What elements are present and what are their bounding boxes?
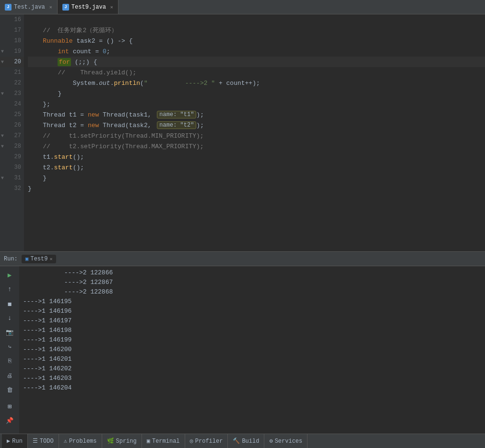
statusbar-problems-label: Problems xyxy=(69,438,97,445)
code-line-24: }; xyxy=(28,99,485,109)
line-31: ▼ 31 xyxy=(0,173,24,183)
run-toolbar: ▶ ↑ ◼ ↓ 📷 ⤷ ⎘ 🖨 🗑 ⊞ 📌 xyxy=(0,266,19,434)
problems-status-icon: ⚠ xyxy=(64,437,67,445)
run-play-button[interactable]: ▶ xyxy=(3,268,16,282)
output-line-12: ---->1 146203 xyxy=(23,374,481,383)
terminal-status-icon: ▣ xyxy=(147,437,150,445)
run-stop-button[interactable]: ◼ xyxy=(3,297,16,310)
run-tab-close[interactable]: ✕ xyxy=(49,256,52,262)
run-print-button[interactable]: 🖨 xyxy=(3,369,16,382)
fold-icon-23[interactable]: ▼ xyxy=(1,91,4,96)
fold-icon-20[interactable]: ▼ xyxy=(1,59,4,65)
todo-status-icon: ☰ xyxy=(33,437,38,445)
output-line-4: ---->1 146195 xyxy=(23,297,481,307)
statusbar-build-label: Build xyxy=(242,438,259,445)
statusbar-services-label: Services xyxy=(275,438,303,445)
code-line-21: // Thread.yield(); xyxy=(28,67,485,78)
line-number-gutter: 16 17 18 ▼ 19 ▼ 20 21 22 ▼ 23 24 25 26 ▼ xyxy=(0,14,24,251)
statusbar-todo-label: TODO xyxy=(40,438,54,445)
line-32: 32 xyxy=(0,183,24,194)
run-header: Run: ▣ Test9 ✕ xyxy=(0,252,485,266)
run-output: ---->2 122866 ---->2 122867 ---->2 12286… xyxy=(19,266,485,434)
output-line-11: ---->1 146202 xyxy=(23,364,481,374)
code-line-17: // 任务对象2（死循环） xyxy=(28,25,485,35)
tab-test9-java[interactable]: J Test9.java ✕ xyxy=(58,0,118,14)
output-line-6: ---->1 146197 xyxy=(23,316,481,326)
run-tab-icon: ▣ xyxy=(25,256,29,262)
output-line-5: ---->1 146196 xyxy=(23,307,481,316)
output-line-1: ---->2 122866 xyxy=(23,268,481,278)
fold-icon-31[interactable]: ▼ xyxy=(1,176,4,181)
statusbar-spring[interactable]: 🌿 Spring xyxy=(102,434,142,448)
output-line-7: ---->1 146198 xyxy=(23,326,481,335)
annotation-t1: name: "t1" xyxy=(157,111,196,118)
status-bar: ▶ Run ☰ TODO ⚠ Problems 🌿 Spring ▣ Termi… xyxy=(0,434,485,448)
statusbar-profiler-label: Profiler xyxy=(195,438,223,445)
run-content: ▶ ↑ ◼ ↓ 📷 ⤷ ⎘ 🖨 🗑 ⊞ 📌 ---->2 122866 ----… xyxy=(0,266,485,434)
run-pin-button[interactable]: 📌 xyxy=(3,414,16,427)
line-21: 21 xyxy=(0,67,24,78)
run-restore-button[interactable]: ⎘ xyxy=(3,354,16,368)
statusbar-terminal[interactable]: ▣ Terminal xyxy=(142,434,185,448)
line-17: 17 xyxy=(0,25,24,35)
run-clear-button[interactable]: 🗑 xyxy=(3,383,16,397)
output-line-10: ---->1 146201 xyxy=(23,354,481,364)
line-20: ▼ 20 xyxy=(0,57,24,67)
fold-icon-28[interactable]: ▼ xyxy=(1,144,4,149)
spring-status-icon: 🌿 xyxy=(107,437,114,445)
code-editor[interactable]: // 任务对象2（死循环） Runnable task2 = () -> { i… xyxy=(24,14,485,251)
line-19: ▼ 19 xyxy=(0,46,24,57)
run-up-button[interactable]: ↑ xyxy=(3,283,16,296)
run-down-button[interactable]: ↓ xyxy=(3,311,16,325)
code-line-18: Runnable task2 = () -> { xyxy=(28,35,485,46)
line-25: 25 xyxy=(0,109,24,120)
statusbar-problems[interactable]: ⚠ Problems xyxy=(59,434,102,448)
profiler-status-icon: ◎ xyxy=(190,437,193,445)
statusbar-terminal-label: Terminal xyxy=(152,438,180,445)
build-status-icon: 🔨 xyxy=(233,437,240,445)
code-line-27: // t1.setPriority(Thread.MIN_PRIORITY); xyxy=(28,130,485,141)
tab-test-java[interactable]: J Test.java ✕ xyxy=(0,0,58,14)
code-line-16 xyxy=(28,14,485,25)
output-line-13: ---->1 146204 xyxy=(23,383,481,393)
statusbar-services[interactable]: ⚙ Services xyxy=(264,434,308,448)
line-29: 29 xyxy=(0,152,24,162)
code-line-32: } xyxy=(28,183,485,194)
code-line-30: t2.start(); xyxy=(28,162,485,173)
run-panel: Run: ▣ Test9 ✕ ▶ ↑ ◼ ↓ 📷 ⤷ ⎘ 🖨 🗑 ⊞ 📌 ---… xyxy=(0,251,485,434)
code-line-26: Thread t2 = new Thread(task2, name: "t2"… xyxy=(28,120,485,130)
run-wrap-button[interactable]: ⤷ xyxy=(3,340,16,354)
tab-test-java-close[interactable]: ✕ xyxy=(49,4,52,10)
run-screenshot-button[interactable]: 📷 xyxy=(3,326,16,339)
fold-icon-27[interactable]: ▼ xyxy=(1,133,4,139)
code-line-19: int count = 0; xyxy=(28,46,485,57)
line-28: ▼ 28 xyxy=(0,141,24,152)
statusbar-spring-label: Spring xyxy=(116,438,137,445)
java-icon-active: J xyxy=(62,4,69,11)
line-23: ▼ 23 xyxy=(0,88,24,99)
code-line-31: } xyxy=(28,173,485,183)
run-grid-button[interactable]: ⊞ xyxy=(3,400,16,413)
code-line-29: t1.start(); xyxy=(28,152,485,162)
code-line-20: for (;;) { xyxy=(28,57,485,67)
line-26: 26 xyxy=(0,120,24,130)
line-30: 30 xyxy=(0,162,24,173)
tab-test9-java-close[interactable]: ✕ xyxy=(110,4,113,10)
run-label: Run: xyxy=(4,256,18,262)
output-line-2: ---->2 122867 xyxy=(23,278,481,287)
tab-test9-java-label: Test9.java xyxy=(71,4,106,11)
tab-bar: J Test.java ✕ J Test9.java ✕ xyxy=(0,0,485,14)
statusbar-run[interactable]: ▶ Run xyxy=(2,434,28,448)
statusbar-profiler[interactable]: ◎ Profiler xyxy=(185,434,228,448)
line-24: 24 xyxy=(0,99,24,109)
line-27: ▼ 27 xyxy=(0,130,24,141)
statusbar-run-label: Run xyxy=(12,438,23,445)
run-tab-test9[interactable]: ▣ Test9 ✕ xyxy=(22,255,57,263)
code-line-25: Thread t1 = new Thread(task1, name: "t1"… xyxy=(28,109,485,120)
code-line-23: } xyxy=(28,88,485,99)
run-tab-label: Test9 xyxy=(30,256,47,262)
statusbar-todo[interactable]: ☰ TODO xyxy=(28,434,59,448)
line-16: 16 xyxy=(0,14,24,25)
statusbar-build[interactable]: 🔨 Build xyxy=(228,434,264,448)
fold-icon-19[interactable]: ▼ xyxy=(1,49,4,54)
